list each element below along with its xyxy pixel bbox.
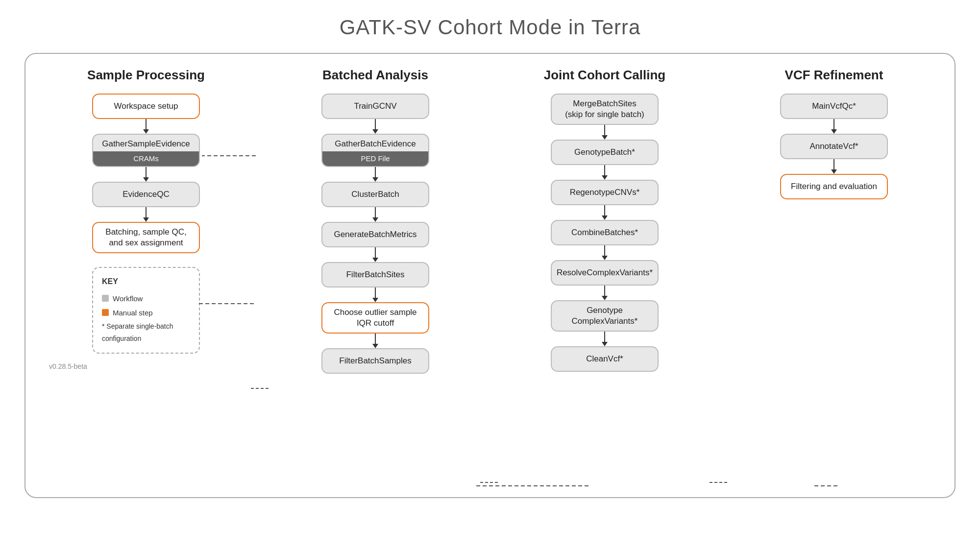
arrow-b6 (375, 334, 376, 344)
key-swatch-manual (102, 309, 109, 316)
arrow-d1 (833, 119, 834, 130)
arrow-c2 (604, 165, 605, 176)
node-filter-batch-sites: FilterBatchSites (321, 262, 429, 287)
column-sample-processing: Sample Processing Workspace setup Gather… (41, 68, 251, 483)
node-genotype-batch: GenotypeBatch* (551, 140, 659, 165)
key-item-workflow: Workflow (102, 292, 190, 305)
dashed-line-1 (251, 387, 270, 389)
node-generate-batch-metrics: GenerateBatchMetrics (321, 222, 429, 247)
key-item-star: * Separate single-batch configuration (102, 320, 190, 345)
arrow-c4 (604, 245, 605, 256)
node-filtering-evaluation: Filtering and evaluation (780, 174, 888, 199)
arrow-c3 (604, 205, 605, 216)
dashed-connector-2 (480, 68, 500, 483)
arrow-3 (146, 207, 147, 218)
column-title-vcf-refinement: VCF Refinement (785, 68, 883, 83)
node-regenotype-cnvs: RegenotypeCNVs* (551, 180, 659, 205)
arrow-2 (146, 167, 147, 178)
dashed-connector-3 (710, 68, 729, 483)
node-resolve-complex-variants: ResolveComplexVariants* (551, 260, 659, 286)
version-label: v0.28.5-beta (47, 362, 87, 370)
node-clean-vcf: CleanVcf* (551, 346, 659, 372)
key-swatch-workflow (102, 295, 109, 302)
page-title: GATK-SV Cohort Mode in Terra (340, 16, 641, 39)
arrow-b2 (375, 167, 376, 178)
column-vcf-refinement: VCF Refinement MainVcfQc* AnnotateVcf* F… (729, 68, 939, 483)
arrow-b4 (375, 247, 376, 258)
arrow-b1 (375, 119, 376, 130)
dashed-line-3 (710, 481, 729, 483)
column-batched-analysis: Batched Analysis TrainGCNV GatherBatchEv… (270, 68, 480, 483)
column-title-batched-analysis: Batched Analysis (322, 68, 428, 83)
node-filter-batch-samples: FilterBatchSamples (321, 348, 429, 374)
node-batching: Batching, sample QC, and sex assignment (92, 222, 200, 253)
column-title-sample-processing: Sample Processing (87, 68, 205, 83)
arrow-1 (146, 119, 147, 130)
dashed-connector-1 (251, 68, 270, 483)
main-container: Sample Processing Workspace setup Gather… (24, 53, 956, 498)
arrow-c6 (604, 332, 605, 342)
arrow-d2 (833, 159, 834, 170)
key-box: KEY Workflow Manual step * Separate sing… (92, 267, 200, 354)
column-title-joint-cohort: Joint Cohort Calling (544, 68, 665, 83)
node-train-gcnv: TrainGCNV (321, 94, 429, 119)
arrow-b5 (375, 287, 376, 298)
node-genotype-complex-variants: Genotype ComplexVariants* (551, 300, 659, 332)
node-merge-batch-sites: MergeBatchSites (skip for single batch) (551, 94, 659, 125)
node-annotate-vcf: AnnotateVcf* (780, 134, 888, 159)
node-main-vcf-qc: MainVcfQc* (780, 94, 888, 119)
key-title: KEY (102, 275, 190, 289)
dashed-line-2 (480, 481, 500, 483)
key-item-manual: Manual step (102, 306, 190, 319)
column-joint-cohort: Joint Cohort Calling MergeBatchSites (sk… (500, 68, 710, 483)
node-combine-batches: CombineBatches* (551, 220, 659, 245)
node-gather-sample-evidence: GatherSampleEvidence CRAMs (92, 134, 200, 167)
arrow-c5 (604, 286, 605, 296)
node-workspace-setup: Workspace setup (92, 94, 200, 119)
arrow-c1 (604, 125, 605, 136)
node-choose-outlier: Choose outlier sample IQR cutoff (321, 302, 429, 334)
arrow-b3 (375, 207, 376, 218)
node-cluster-batch: ClusterBatch (321, 182, 429, 207)
node-gather-batch-evidence: GatherBatchEvidence PED File (321, 134, 429, 167)
node-evidence-qc: EvidenceQC (92, 182, 200, 207)
